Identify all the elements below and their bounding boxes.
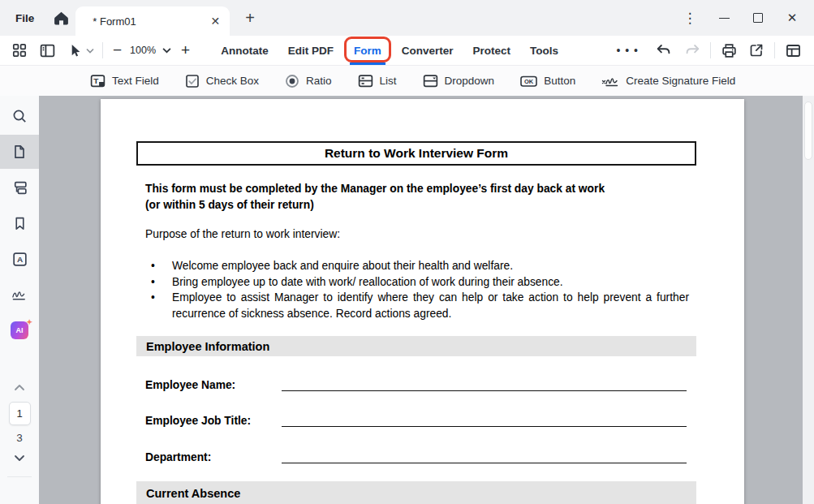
field-label-employee-job-title: Employee Job Title: — [145, 415, 282, 427]
form-tools-bar: T Text Field Check Box Ratio — [0, 65, 814, 96]
print-button[interactable] — [717, 39, 740, 62]
page-navigator: 1 3 — [7, 377, 32, 477]
sidebar-outline-button[interactable] — [0, 170, 39, 205]
signature-icon — [601, 73, 620, 89]
side-panel-button[interactable] — [36, 39, 58, 62]
sidebar-bookmarks-button[interactable] — [0, 206, 39, 240]
maximize-button[interactable] — [741, 3, 775, 32]
left-sidebar: A AI ✦ — [0, 96, 39, 504]
form-title: Return to Work Interview Form — [325, 146, 508, 161]
more-tools-button[interactable]: • • • — [609, 44, 647, 57]
zoom-in-button[interactable]: + — [178, 41, 193, 59]
check-box-tool[interactable]: Check Box — [184, 73, 259, 89]
form-field-row: Employee Name: — [145, 378, 687, 391]
main-area: A AI ✦ — [0, 96, 814, 504]
redo-icon — [684, 42, 701, 59]
undo-button[interactable] — [652, 39, 674, 62]
sidebar-thumbnails-button[interactable] — [0, 135, 39, 169]
bullet-list: • Welcome employee back and enquire abou… — [150, 258, 689, 321]
zoom-level-value[interactable]: 100% — [125, 45, 158, 56]
tab-close-icon[interactable]: ✕ — [211, 15, 221, 27]
new-tab-button[interactable]: + — [245, 9, 255, 28]
close-icon: ✕ — [787, 11, 798, 25]
more-options-button[interactable]: ⋮ — [673, 3, 707, 32]
bookmark-icon — [12, 216, 28, 231]
document-tab[interactable]: * Form01 ✕ — [75, 6, 230, 36]
button-tool[interactable]: OK Button — [519, 73, 575, 89]
cursor-icon — [67, 43, 83, 58]
zoom-dropdown-button[interactable] — [158, 39, 174, 62]
letter-a-glyph: A — [16, 255, 22, 264]
select-tool-button[interactable] — [65, 39, 96, 62]
list-tool[interactable]: List — [357, 72, 397, 89]
tab-tools[interactable]: Tools — [520, 36, 568, 65]
tab-edit-pdf[interactable]: Edit PDF — [278, 36, 343, 65]
previous-page-button[interactable] — [8, 377, 31, 398]
dropdown-label: Dropdown — [445, 75, 495, 87]
tab-form[interactable]: Form — [349, 36, 386, 65]
toolbar-divider — [774, 42, 775, 58]
pdf-page[interactable]: Return to Work Interview Form This form … — [101, 99, 744, 504]
sparkle-icon: ✦ — [26, 318, 32, 326]
sidebar-signature-button[interactable] — [0, 278, 39, 312]
vertical-scrollbar[interactable] — [803, 96, 814, 504]
purpose-text: Purpose of the return to work interview: — [145, 228, 340, 240]
tab-protect[interactable]: Protect — [463, 36, 520, 65]
tab-form-label: Form — [354, 45, 381, 57]
check-box-label: Check Box — [206, 75, 259, 87]
cursor-dropdown-icon — [86, 48, 94, 54]
page-layout-button[interactable] — [782, 39, 804, 62]
ratio-tool[interactable]: Ratio — [284, 73, 332, 89]
tab-converter[interactable]: Converter — [392, 36, 463, 65]
signature-icon — [11, 286, 29, 303]
sidebar-divider — [7, 476, 32, 477]
bullet-text: Welcome employee back and enquire about … — [172, 260, 513, 272]
section-title: Current Absence — [146, 487, 240, 500]
toolbar-right-actions: • • • — [609, 39, 804, 62]
file-menu[interactable]: File — [0, 12, 46, 24]
panel-layout-icon — [39, 42, 56, 59]
create-signature-field-tool[interactable]: Create Signature Field — [601, 73, 735, 89]
sidebar-search-button[interactable] — [0, 99, 39, 133]
letter-a-box-icon: A — [11, 251, 28, 268]
letter-t-glyph: T — [93, 76, 98, 85]
text-field-tool[interactable]: T Text Field — [89, 72, 159, 89]
field-label-department: Department: — [145, 451, 282, 463]
scrollbar-thumb[interactable] — [804, 101, 812, 160]
ok-glyph: OK — [524, 78, 534, 85]
current-page-input[interactable]: 1 — [9, 402, 31, 425]
page-icon — [11, 144, 28, 160]
ok-button-icon: OK — [519, 73, 538, 89]
open-external-icon — [748, 42, 764, 58]
next-page-button[interactable] — [8, 447, 31, 468]
bullet-text: Employee to assist Manager to identify w… — [172, 291, 689, 320]
minimize-button[interactable] — [707, 3, 741, 32]
share-export-button[interactable] — [745, 39, 768, 62]
bullet-item: • Welcome employee back and enquire abou… — [150, 258, 689, 274]
dropdown-tool[interactable]: Dropdown — [422, 72, 495, 89]
sidebar-annotations-button[interactable]: A — [0, 242, 39, 276]
field-line-employee-job-title[interactable] — [282, 414, 687, 427]
redo-button[interactable] — [681, 39, 704, 62]
maximize-icon — [753, 13, 763, 23]
layout-view-icon — [785, 42, 802, 59]
sidebar-ai-button[interactable]: AI ✦ — [0, 313, 39, 347]
total-pages-label: 3 — [16, 432, 23, 444]
text-field-icon: T — [89, 72, 106, 89]
bullet-dot: • — [151, 258, 155, 274]
zoom-out-button[interactable]: − — [110, 41, 125, 59]
tab-annotate[interactable]: Annotate — [211, 36, 278, 65]
section-title: Employee Information — [146, 340, 269, 353]
close-button[interactable]: ✕ — [775, 3, 809, 32]
grid-icon — [11, 42, 28, 58]
active-tab-indicator — [350, 62, 385, 65]
check-box-icon — [184, 73, 200, 89]
thumbnail-grid-button[interactable] — [8, 39, 31, 62]
field-line-employee-name[interactable] — [282, 378, 687, 391]
document-viewport[interactable]: Return to Work Interview Form This form … — [39, 96, 803, 504]
field-line-department[interactable] — [282, 450, 687, 463]
form-intro-text: This form must be completed by the Manag… — [145, 181, 691, 213]
section-header-current-absence: Current Absence — [136, 481, 696, 504]
home-button[interactable] — [46, 3, 75, 32]
bullet-dot: • — [151, 274, 155, 291]
